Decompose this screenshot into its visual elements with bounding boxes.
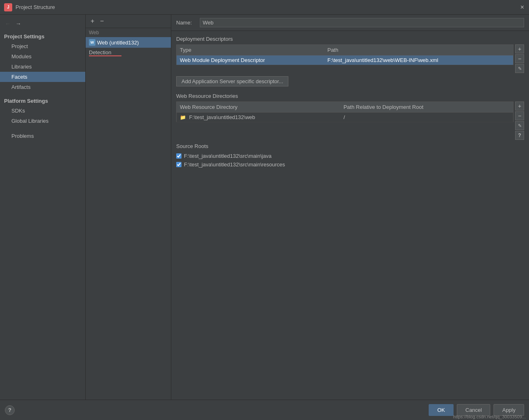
descriptor-type: Web Module Deployment Descriptor — [177, 55, 324, 65]
source-root-item-1: F:\test_java\untitled132\src\main\resour… — [176, 160, 524, 169]
help-web-resource-button[interactable]: ? — [515, 131, 524, 140]
name-label: Name: — [176, 20, 197, 26]
web-resource-table: Web Resource Directory Path Relative to … — [176, 102, 514, 122]
back-button[interactable]: ← — [3, 20, 12, 28]
web-resource-side-buttons: + − ✎ ? — [515, 102, 524, 140]
table-row[interactable]: 📁 F:\test_java\untitled132\web / — [177, 113, 514, 122]
deployment-descriptors-title: Deployment Descriptors — [176, 36, 524, 42]
source-root-path-1: F:\test_java\untitled132\src\main\resour… — [184, 161, 285, 168]
detection-underline — [89, 55, 122, 56]
web-icon: W — [89, 39, 95, 46]
forward-button[interactable]: → — [14, 20, 23, 28]
help-button[interactable]: ? — [5, 405, 15, 415]
col-relative-path: Path Relative to Deployment Root — [340, 102, 513, 113]
add-web-resource-button[interactable]: + — [515, 102, 524, 111]
sidebar-item-global-libraries[interactable]: Global Libraries — [0, 116, 85, 126]
remove-web-resource-button[interactable]: − — [515, 111, 524, 120]
web-resource-directories-title: Web Resource Directories — [176, 93, 524, 99]
source-root-path-0: F:\test_java\untitled132\src\main\java — [184, 153, 272, 159]
deployment-table-wrapper: Type Path Web Module Deployment Descript… — [176, 44, 514, 73]
web-resource-table-container: Web Resource Directory Path Relative to … — [176, 102, 524, 140]
edit-web-resource-button[interactable]: ✎ — [515, 121, 524, 130]
web-untitled132-item[interactable]: W Web (untitled132) — [86, 37, 171, 48]
remove-descriptor-button[interactable]: − — [515, 54, 524, 63]
relative-path: / — [340, 113, 513, 122]
add-app-server-descriptor-button[interactable]: Add Application Server specific descript… — [176, 76, 288, 86]
deployment-table: Type Path Web Module Deployment Descript… — [176, 44, 514, 65]
edit-descriptor-button[interactable]: ✎ — [515, 64, 524, 73]
main-container: ← → Project Settings Project Modules Lib… — [0, 15, 529, 400]
descriptor-path: F:\test_java\untitled132\web\WEB-INF\web… — [324, 55, 514, 65]
app-icon: J — [4, 3, 12, 11]
web-resource-dir: 📁 F:\test_java\untitled132\web — [177, 113, 341, 122]
sidebar-item-modules[interactable]: Modules — [0, 51, 85, 62]
window-title: Project Structure — [15, 4, 55, 10]
sidebar-item-libraries[interactable]: Libraries — [0, 62, 85, 72]
project-settings-label: Project Settings — [0, 31, 85, 41]
source-roots-title: Source Roots — [176, 143, 524, 149]
detection-label: Detection — [86, 48, 171, 57]
name-input[interactable] — [200, 18, 524, 27]
source-root-item-0: F:\test_java\untitled132\src\main\java — [176, 152, 524, 160]
folder-icon: 📁 — [180, 115, 186, 120]
close-button[interactable]: × — [520, 4, 524, 11]
col-path: Path — [324, 45, 514, 55]
source-root-checkbox-0[interactable] — [176, 153, 181, 159]
bottom-url: https://blog.csdn.net/qq_30033509... — [450, 413, 529, 420]
bottom-bar: ? OK Cancel Apply https://blog.csdn.net/… — [0, 400, 529, 420]
sidebar: ← → Project Settings Project Modules Lib… — [0, 15, 86, 400]
middle-panel: + − Web W Web (untitled132) Detection — [86, 15, 171, 400]
sidebar-item-project[interactable]: Project — [0, 41, 85, 51]
web-section-label: Web — [86, 28, 171, 37]
sidebar-item-problems[interactable]: Problems — [0, 131, 85, 141]
content-panel: Name: Deployment Descriptors Type Path — [171, 15, 529, 400]
deployment-side-buttons: + − ✎ — [515, 44, 524, 73]
col-web-resource-dir: Web Resource Directory — [177, 102, 341, 113]
middle-toolbar: + − — [86, 15, 171, 28]
platform-settings-label: Platform Settings — [0, 95, 85, 106]
add-descriptor-button[interactable]: + — [515, 44, 524, 53]
sidebar-item-sdks[interactable]: SDKs — [0, 106, 85, 116]
web-resource-table-wrapper: Web Resource Directory Path Relative to … — [176, 102, 514, 140]
table-row[interactable]: Web Module Deployment Descriptor F:\test… — [177, 55, 514, 65]
title-bar: J Project Structure × — [0, 0, 529, 15]
add-facet-button[interactable]: + — [89, 17, 96, 25]
sidebar-nav: ← → — [0, 18, 85, 31]
sidebar-item-artifacts[interactable]: Artifacts — [0, 82, 85, 92]
sidebar-item-facets[interactable]: Facets — [0, 72, 85, 82]
deployment-table-container: Type Path Web Module Deployment Descript… — [176, 44, 524, 73]
content-scroll: Deployment Descriptors Type Path Web Mod — [171, 31, 529, 400]
col-type: Type — [177, 45, 324, 55]
remove-facet-button[interactable]: − — [98, 17, 105, 25]
source-root-checkbox-1[interactable] — [176, 162, 181, 167]
name-row: Name: — [171, 15, 529, 31]
